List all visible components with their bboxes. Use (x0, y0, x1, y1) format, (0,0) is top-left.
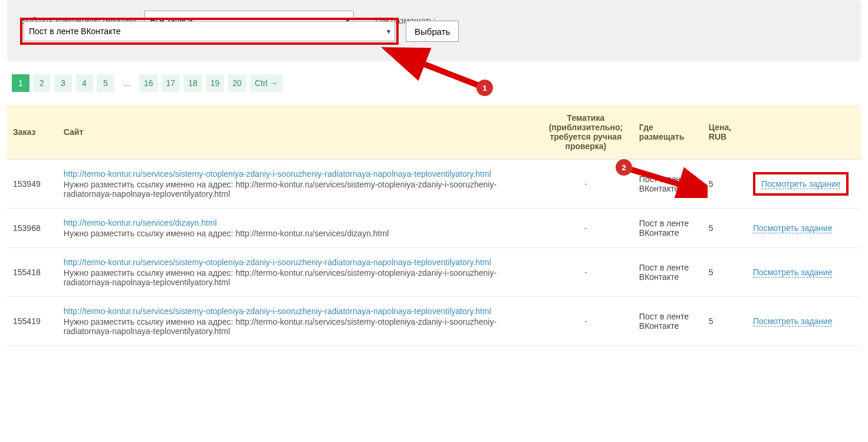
table-row: 155419http://termo-kontur.ru/services/si… (7, 297, 861, 346)
cell-action: Посмотреть задание (747, 209, 861, 248)
cell-place: Пост в ленте ВКонтакте (633, 160, 703, 209)
cell-topic: - (538, 209, 633, 248)
filter-panel: Выбрать конкретную тематику: Все записи … (7, 0, 861, 61)
cell-place: Пост в ленте ВКонтакте (633, 248, 703, 297)
cell-place: Пост в ленте ВКонтакте (633, 297, 703, 346)
cell-order: 153949 (7, 160, 58, 209)
view-task-link[interactable]: Посмотреть задание (761, 179, 841, 189)
page-18[interactable]: 18 (183, 74, 202, 92)
th-site: Сайт (58, 105, 538, 160)
choose-button[interactable]: Выбрать (406, 21, 459, 42)
cell-topic: - (538, 297, 633, 346)
cell-action: Посмотреть задание (747, 160, 861, 209)
page-1[interactable]: 1 (12, 74, 29, 92)
pagination: 12345...1617181920Ctrl → (12, 74, 868, 92)
cell-action: Посмотреть задание (747, 248, 861, 297)
view-task-link[interactable]: Посмотреть задание (753, 268, 833, 278)
site-description: Нужно разместить ссылку именно на адрес:… (64, 317, 532, 336)
page-5[interactable]: 5 (97, 74, 114, 92)
th-place: Где размещать (633, 105, 703, 160)
page-20[interactable]: 20 (228, 74, 246, 92)
cell-topic: - (538, 160, 633, 209)
site-link[interactable]: http://termo-kontur.ru/services/sistemy-… (64, 258, 491, 267)
th-order: Заказ (7, 105, 58, 160)
cell-price: 5 (703, 248, 747, 297)
page-17[interactable]: 17 (162, 74, 180, 92)
page-16[interactable]: 16 (139, 74, 158, 92)
cell-price: 5 (703, 297, 747, 346)
cell-site: http://termo-kontur.ru/services/sistemy-… (58, 297, 538, 346)
page-4[interactable]: 4 (75, 74, 93, 92)
page-next[interactable]: Ctrl → (250, 74, 283, 92)
placement-select[interactable]: Пост в ленте ВКонтакте (24, 21, 395, 41)
cell-place: Пост в ленте ВКонтакте (633, 209, 703, 248)
page-3[interactable]: 3 (54, 74, 72, 92)
th-action (747, 105, 861, 160)
table-row: 155418http://termo-kontur.ru/services/si… (7, 248, 861, 297)
cell-order: 155418 (7, 248, 58, 297)
site-link[interactable]: http://termo-kontur.ru/services/sistemy-… (64, 169, 491, 179)
cell-site: http://termo-kontur.ru/services/sistemy-… (58, 160, 538, 209)
table-row: 153949http://termo-kontur.ru/services/si… (7, 160, 861, 209)
cell-price: 5 (703, 160, 747, 209)
site-description: Нужно разместить ссылку именно на адрес:… (64, 268, 532, 287)
page-ellipsis: ... (118, 74, 136, 92)
table-row: 153968http://termo-kontur.ru/services/di… (7, 209, 861, 248)
site-link[interactable]: http://termo-kontur.ru/services/sistemy-… (64, 306, 491, 316)
cell-topic: - (538, 248, 633, 297)
action-highlight: Посмотреть задание (753, 172, 849, 196)
th-topic: Тематика (приблизительно; требуется ручн… (538, 105, 633, 160)
cell-order: 153968 (7, 209, 58, 248)
view-task-link[interactable]: Посмотреть задание (753, 316, 833, 326)
cell-site: http://termo-kontur.ru/services/sistemy-… (58, 248, 538, 297)
site-description: Нужно разместить ссылку именно на адрес:… (64, 229, 532, 238)
placement-highlight: Пост в ленте ВКонтакте ▼ (20, 18, 399, 45)
cell-site: http://termo-kontur.ru/services/dizayn.h… (58, 209, 538, 248)
tasks-table: Заказ Сайт Тематика (приблизительно; тре… (7, 105, 861, 346)
th-price: Цена, RUB (703, 105, 747, 160)
page-19[interactable]: 19 (206, 74, 225, 92)
page-2[interactable]: 2 (33, 74, 51, 92)
cell-order: 155419 (7, 297, 58, 346)
view-task-link[interactable]: Посмотреть задание (753, 223, 833, 233)
cell-price: 5 (703, 209, 747, 248)
site-description: Нужно разместить ссылку именно на адрес:… (64, 180, 532, 199)
cell-action: Посмотреть задание (747, 297, 861, 346)
site-link[interactable]: http://termo-kontur.ru/services/dizayn.h… (64, 218, 217, 227)
